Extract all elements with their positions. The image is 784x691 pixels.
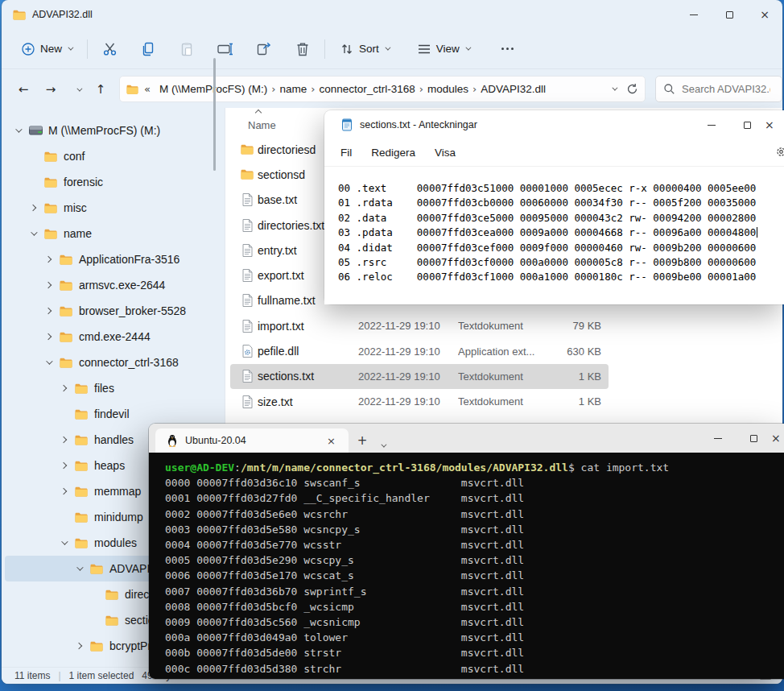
file-row-sections-txt[interactable]: sections.txt2022-11-29 19:10Textdokument… xyxy=(230,364,609,389)
breadcrumb-item-name[interactable]: name xyxy=(276,81,310,97)
notepad-menubar: Fil Redigera Visa xyxy=(324,139,784,166)
refresh-icon[interactable] xyxy=(626,83,638,95)
txt-icon xyxy=(237,269,258,282)
view-button[interactable]: View xyxy=(411,37,477,60)
forward-button[interactable]: → xyxy=(40,79,61,100)
cut-button[interactable] xyxy=(96,36,123,62)
maximize-button[interactable] xyxy=(736,424,771,453)
ellipsis-icon xyxy=(501,48,514,50)
close-button[interactable]: × xyxy=(747,0,782,29)
explorer-tab[interactable]: ADVAPI32.dll xyxy=(2,0,104,29)
import-row: 0001 00007ffd03d27fd0 __C_specific_handl… xyxy=(165,490,784,506)
folder-icon xyxy=(90,641,105,652)
column-header-name[interactable]: Name xyxy=(248,119,276,131)
notepad-titlebar[interactable]: sections.txt - Anteckningar × xyxy=(324,110,784,139)
explorer-titlebar[interactable]: ADVAPI32.dll × xyxy=(2,0,782,29)
tree-item-cmd-exe-2444[interactable]: cmd.exe-2444 xyxy=(5,324,221,350)
address-row: ← → ↑ « M (\\MemProcFS) (M:)›name›connec… xyxy=(2,69,782,108)
address-dropdown-icon[interactable] xyxy=(612,85,617,91)
chevron-down-icon[interactable] xyxy=(72,566,85,571)
sidebar-scrollbar[interactable] xyxy=(213,58,216,171)
notepad-line: 03 .pdata 00007ffd03cea000 0009a000 0000… xyxy=(338,226,784,240)
address-bar[interactable]: « M (\\MemProcFS) (M:)›name›connector_ct… xyxy=(119,76,646,102)
file-row-size-txt[interactable]: size.txt2022-11-29 19:10Textdokument1 KB xyxy=(230,389,609,414)
close-button[interactable]: × xyxy=(765,110,784,139)
chevron-right-icon[interactable] xyxy=(42,283,55,288)
maximize-button[interactable] xyxy=(712,0,747,29)
menu-fil[interactable]: Fil xyxy=(332,143,360,163)
minimize-button[interactable] xyxy=(700,424,736,453)
chevron-down-icon[interactable] xyxy=(27,231,39,236)
chevron-right-icon[interactable] xyxy=(27,205,39,210)
tree-item-files[interactable]: files xyxy=(5,375,221,401)
gear-icon[interactable] xyxy=(775,146,784,158)
back-button[interactable]: ← xyxy=(13,79,34,100)
tree-item-conf[interactable]: conf xyxy=(5,143,221,169)
chevron-down-icon[interactable] xyxy=(57,540,70,545)
menu-visa[interactable]: Visa xyxy=(427,143,464,163)
close-tab-icon[interactable]: × xyxy=(322,435,340,447)
chevron-right-icon[interactable] xyxy=(72,643,85,648)
tree-item-connector-ctrl-3168[interactable]: connector_ctrl-3168 xyxy=(5,350,221,375)
terminal-tabbar[interactable]: Ubuntu-20.04 × + × xyxy=(149,424,784,453)
up-button[interactable]: ↑ xyxy=(90,79,111,100)
chevron-down-icon[interactable] xyxy=(11,128,24,133)
terminal-tab[interactable]: Ubuntu-20.04 × xyxy=(155,428,349,453)
sort-button[interactable]: Sort xyxy=(333,37,396,61)
folder-icon xyxy=(44,229,59,239)
selection-count: 1 item selected xyxy=(69,670,134,681)
window-title: ADVAPI32.dll xyxy=(32,9,93,20)
tree-item-applicationfra-3516[interactable]: ApplicationFra-3516 xyxy=(5,246,221,272)
breadcrumb-item-connector-ctrl-3168[interactable]: connector_ctrl-3168 xyxy=(316,81,418,97)
copy-button[interactable] xyxy=(134,36,162,62)
search-input[interactable] xyxy=(682,83,770,95)
breadcrumb-item-advapi32-dll[interactable]: ADVAPI32.dll xyxy=(477,81,549,97)
tree-item-misc[interactable]: misc xyxy=(5,195,221,221)
breadcrumb-separator: › xyxy=(472,83,477,95)
chevron-right-icon[interactable] xyxy=(57,489,70,494)
new-tab-button[interactable]: + xyxy=(352,430,373,451)
folder-icon xyxy=(60,306,74,317)
close-button[interactable]: × xyxy=(771,424,784,453)
new-button[interactable]: New xyxy=(14,37,79,61)
import-row: 000a 00007ffd03d049a0 tolowermsvcrt.dll xyxy=(165,630,784,645)
minimize-button[interactable] xyxy=(676,0,712,29)
tree-item-armsvc-exe-2644[interactable]: armsvc.exe-2644 xyxy=(5,272,221,298)
tree-item-name[interactable]: name xyxy=(5,221,221,246)
terminal-output[interactable]: user@AD-DEV:/mnt/m/name/connector_ctrl-3… xyxy=(149,453,784,679)
tree-item-m-memprocfs-m-[interactable]: M (\\MemProcFS) (M:) xyxy=(5,118,221,143)
tree-item-forensic[interactable]: forensic xyxy=(5,169,221,195)
paste-button[interactable] xyxy=(173,36,200,62)
chevron-down-icon xyxy=(68,45,73,51)
recent-locations-button[interactable] xyxy=(68,79,89,100)
plus-circle-icon xyxy=(22,43,35,56)
chevron-down-icon[interactable] xyxy=(42,360,55,365)
tree-item-browser-broker-5528[interactable]: browser_broker-5528 xyxy=(5,298,221,324)
file-row-pefile-dll[interactable]: pefile.dll2022-11-29 19:10Application ex… xyxy=(230,338,609,363)
chevron-right-icon[interactable] xyxy=(42,308,55,313)
rename-button[interactable] xyxy=(212,36,239,62)
breadcrumb-overflow[interactable]: « xyxy=(144,83,151,95)
chevron-right-icon[interactable] xyxy=(57,463,70,468)
terminal-prompt-line: user@AD-DEV:/mnt/m/name/connector_ctrl-3… xyxy=(165,460,784,475)
import-row: 0002 00007ffd03d5e6e0 wcsrchrmsvcrt.dll xyxy=(165,507,784,522)
maximize-button[interactable] xyxy=(729,110,765,139)
chevron-right-icon[interactable] xyxy=(42,334,55,339)
breadcrumb-item-modules[interactable]: modules xyxy=(424,81,472,97)
chevron-right-icon[interactable] xyxy=(57,437,70,442)
chevron-right-icon[interactable] xyxy=(57,386,70,391)
notepad-line: 00 .text 00007ffd03c51000 00001000 0005e… xyxy=(338,181,784,196)
minimize-button[interactable] xyxy=(694,110,729,139)
tab-dropdown-button[interactable] xyxy=(381,437,385,451)
txt-icon xyxy=(237,320,258,333)
terminal-tab-label: Ubuntu-20.04 xyxy=(185,435,246,446)
file-row-import-txt[interactable]: import.txt2022-11-29 19:10Textdokument79… xyxy=(230,313,609,338)
chevron-right-icon[interactable] xyxy=(42,257,55,262)
notepad-text-area[interactable]: 00 .text 00007ffd03c51000 00001000 0005e… xyxy=(324,166,784,304)
more-options-button[interactable] xyxy=(494,36,522,62)
items-count: 11 items xyxy=(14,670,50,681)
share-button[interactable] xyxy=(250,36,278,62)
search-box[interactable] xyxy=(655,76,782,102)
delete-button[interactable] xyxy=(289,36,316,62)
menu-redigera[interactable]: Redigera xyxy=(363,143,423,163)
